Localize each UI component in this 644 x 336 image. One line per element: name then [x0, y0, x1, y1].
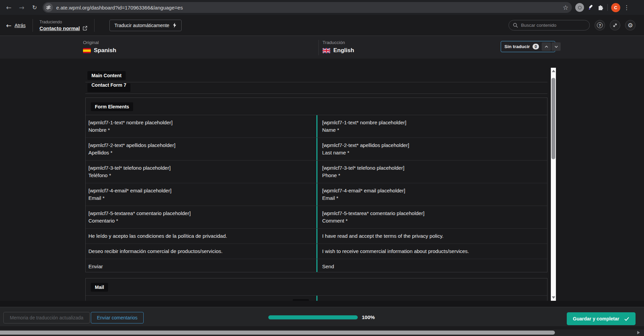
- group-title-chip: Main Content: [87, 71, 126, 80]
- translation-row: De: [_site_title] "[your-subject]"From: …: [86, 296, 547, 301]
- target-cell[interactable]: Send: [316, 259, 547, 272]
- browser-chrome: ← → ↻ e.ate.wpml.org/dashboard?id=170963…: [0, 0, 644, 15]
- browser-back-icon[interactable]: ←: [4, 3, 14, 12]
- translation-row: [wpmlcf7-3-tel* telefono placeholder]Tel…: [86, 160, 547, 183]
- target-cell[interactable]: [wpmlcf7-3-tel* telefono placeholder]Pho…: [316, 161, 547, 183]
- address-bar[interactable]: e.ate.wpml.org/dashboard?id=170963366&la…: [43, 2, 572, 13]
- footer-bottom-strip: [0, 326, 644, 330]
- translation-row: [wpmlcf7-1-text* nombre placeholder]Nomb…: [86, 115, 547, 138]
- external-link-icon[interactable]: [83, 26, 87, 30]
- browser-forward-icon[interactable]: →: [17, 3, 26, 12]
- chevron-down-icon: [554, 45, 558, 48]
- document-info: Traduciendo Contacto normal: [40, 20, 87, 31]
- back-arrow-icon: ←: [6, 22, 12, 29]
- bookmark-star-icon[interactable]: ☆: [563, 4, 568, 11]
- untranslated-filter[interactable]: Sin traducir 0: [501, 41, 555, 52]
- profile-avatar[interactable]: C: [611, 3, 620, 12]
- gear-icon: ⚙: [627, 22, 633, 28]
- spain-flag-icon: [83, 48, 91, 53]
- source-cell[interactable]: [wpmlcf7-1-text* nombre placeholder]Nomb…: [86, 115, 316, 138]
- filter-label: Sin traducir: [504, 44, 530, 49]
- translation-content: Main Content Contact Form 7 Form Element…: [0, 59, 644, 301]
- target-cell[interactable]: [wpmlcf7-5-textarea* comentario placehol…: [316, 206, 547, 228]
- target-cell[interactable]: I wish to receive commercial information…: [316, 244, 547, 259]
- vertical-scrollbar[interactable]: [551, 68, 556, 301]
- scroll-down-arrow-icon[interactable]: [552, 296, 555, 299]
- target-cell[interactable]: [wpmlcf7-1-text* nombre placeholder]Name…: [316, 115, 547, 138]
- translation-language-column: Traducción English: [323, 40, 354, 54]
- uk-flag-icon: [323, 48, 330, 53]
- auto-translate-label: Traducir automáticamente: [115, 23, 169, 28]
- scroll-right-arrow-icon[interactable]: [637, 331, 640, 334]
- previous-segment-button[interactable]: [542, 42, 551, 51]
- send-feedback-button[interactable]: Enviar comentarios: [91, 312, 144, 323]
- target-cell[interactable]: From: [_site_title] "[your-subject]": [316, 296, 547, 301]
- source-cell[interactable]: [wpmlcf7-3-tel* telefono placeholder]Tel…: [86, 161, 316, 183]
- section-title-chip: Form Elements: [91, 102, 133, 111]
- translation-language-name: English: [333, 47, 354, 54]
- translation-row: [wpmlcf7-2-text* apellidos placeholder]A…: [86, 138, 547, 160]
- next-segment-button[interactable]: [552, 42, 561, 51]
- content-bottom-band: [0, 301, 644, 307]
- translation-memory-status-button: Memoria de traducción actualizada: [3, 312, 90, 323]
- target-cell[interactable]: I have read and accept the terms of the …: [316, 229, 547, 244]
- source-cell[interactable]: [wpmlcf7-2-text* apellidos placeholder]A…: [86, 138, 316, 160]
- site-settings-icon[interactable]: [44, 3, 53, 12]
- translation-row: He leído y acepto las condiciones de la …: [86, 228, 547, 244]
- help-button[interactable]: ?: [595, 20, 605, 30]
- source-cell[interactable]: He leído y acepto las condiciones de la …: [86, 229, 316, 244]
- scroll-up-arrow-icon[interactable]: [552, 70, 555, 72]
- translation-label: Traducción: [323, 40, 354, 45]
- editor-header: ← Atrás Traduciendo Contacto normal Trad…: [0, 15, 644, 36]
- original-label: Original: [83, 40, 116, 45]
- extension-icon[interactable]: [575, 3, 584, 12]
- horizontal-scrollbar[interactable]: [0, 330, 644, 336]
- search-input[interactable]: [521, 23, 579, 28]
- content-search[interactable]: [508, 20, 590, 30]
- section-divider: [85, 93, 547, 94]
- browser-reload-icon[interactable]: ↻: [30, 3, 39, 12]
- document-title-link[interactable]: Contacto normal: [40, 25, 80, 31]
- source-cell[interactable]: Enviar: [86, 259, 316, 272]
- header-divider: [33, 19, 33, 32]
- fullscreen-button[interactable]: [610, 20, 620, 30]
- language-bar: Original Spanish Traducción: [0, 36, 644, 59]
- vertical-scrollbar-thumb[interactable]: [552, 78, 555, 159]
- horizontal-scrollbar-thumb[interactable]: [0, 331, 555, 335]
- chrome-separator: [607, 4, 608, 11]
- translation-row: Deseo recibir información comercial de p…: [86, 244, 547, 259]
- target-cell[interactable]: [wpmlcf7-4-email* email placeholder]Emai…: [316, 183, 547, 206]
- original-language-name: Spanish: [94, 47, 116, 54]
- translation-row: EnviarSend: [86, 259, 547, 272]
- source-cell[interactable]: De: [_site_title] "[your-subject]": [86, 296, 316, 301]
- url-text: e.ate.wpml.org/dashboard?id=170963366&la…: [56, 5, 183, 10]
- target-cell[interactable]: [wpmlcf7-2-text* apellidos placeholder]L…: [316, 138, 547, 160]
- translation-row: [wpmlcf7-4-email* email placeholder]Emai…: [86, 183, 547, 206]
- progress-percent: 100%: [362, 314, 375, 320]
- checkmark-icon: [624, 317, 629, 321]
- save-and-complete-button[interactable]: Guardar y completar: [567, 312, 636, 325]
- subgroup-title-chip: Contact Form 7: [87, 83, 130, 92]
- untranslated-count-badge: 0: [533, 44, 539, 49]
- back-label: Atrás: [15, 23, 26, 28]
- search-icon: [513, 23, 518, 28]
- settings-button[interactable]: ⚙: [625, 20, 636, 30]
- translating-label: Traduciendo: [40, 20, 87, 24]
- extensions-puzzle-icon[interactable]: [598, 4, 604, 11]
- expand-icon: [612, 23, 618, 28]
- auto-translate-button[interactable]: Traducir automáticamente: [109, 20, 182, 31]
- section-divider: [85, 82, 547, 82]
- chevron-up-icon: [544, 45, 548, 48]
- section-title-chip: Mail: [91, 283, 108, 292]
- source-cell[interactable]: [wpmlcf7-4-email* email placeholder]Emai…: [86, 183, 316, 206]
- progress-bar: [268, 315, 358, 319]
- chrome-menu-icon[interactable]: ⋮: [624, 4, 629, 11]
- pen-extension-icon[interactable]: [587, 4, 594, 11]
- lightning-icon: [173, 23, 176, 28]
- help-icon: ?: [597, 22, 603, 28]
- mail-panel: Mail De: [_site_title] "[your-subject]"F…: [85, 278, 547, 301]
- translation-progress: 100%: [268, 314, 375, 320]
- source-cell[interactable]: [wpmlcf7-5-textarea* comentario placehol…: [86, 206, 316, 228]
- source-cell[interactable]: Deseo recibir información comercial de p…: [86, 244, 316, 259]
- back-button[interactable]: ← Atrás: [6, 22, 26, 29]
